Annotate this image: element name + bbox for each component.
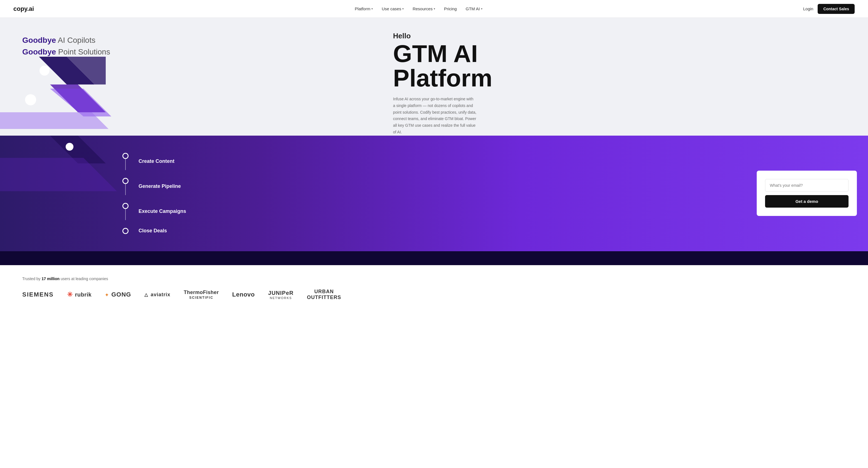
hero-top: Goodbye AI Copilots Goodbye Point Soluti… [0, 18, 868, 136]
hero-right: Hello GTM AI Platform Infuse AI across y… [382, 18, 868, 136]
logo-gong: ✦ GONG [105, 291, 131, 298]
rubrik-icon: ✳ [67, 291, 73, 298]
nav-actions: Login Contact Sales [803, 4, 855, 14]
hero-hello: Hello [393, 32, 851, 40]
nav-item-platform[interactable]: Platform ▾ [355, 6, 373, 11]
nav-item-resources[interactable]: Resources ▾ [412, 6, 435, 11]
svg-point-0 [39, 66, 50, 76]
band-content: Create Content Generate Pipeline Execute… [0, 136, 868, 251]
get-demo-button[interactable]: Get a demo [765, 195, 848, 208]
step-dot [122, 153, 128, 159]
svg-point-1 [25, 94, 36, 105]
step-close-deals: Close Deals [122, 224, 746, 238]
email-input[interactable] [765, 179, 848, 192]
step-dot [122, 203, 128, 209]
logo-aviatrix: △ aviatrix [145, 292, 170, 298]
navbar: copy.ai Platform ▾ Use cases ▾ Resources… [0, 0, 868, 18]
logo-lenovo: Lenovo [232, 291, 255, 298]
aviatrix-icon: △ [145, 292, 148, 297]
logo-rubrik: ✳ rubrik [67, 291, 92, 298]
svg-point-2 [66, 143, 73, 151]
demo-form: Get a demo [757, 171, 857, 216]
dark-stripe [0, 251, 868, 265]
step-dot [122, 228, 128, 234]
nav-item-usecases[interactable]: Use cases ▾ [382, 6, 404, 11]
step-dot [122, 178, 128, 184]
chevron-down-icon: ▾ [402, 7, 404, 10]
chevron-down-icon: ▾ [371, 7, 373, 10]
logo[interactable]: copy.ai [13, 5, 34, 12]
logo-juniper: JUNIPeR NETWORKS [268, 290, 293, 300]
hero-description: Infuse AI across your go-to-market engin… [393, 96, 476, 136]
nav-item-pricing[interactable]: Pricing [444, 6, 457, 11]
hero-left: Goodbye AI Copilots Goodbye Point Soluti… [0, 18, 382, 129]
logos-row: SIEMENS ✳ rubrik ✦ GONG △ aviatrix Therm… [22, 289, 846, 301]
trusted-section: Trusted by 17 million users at leading c… [0, 265, 868, 312]
login-button[interactable]: Login [803, 6, 813, 11]
purple-band: Create Content Generate Pipeline Execute… [0, 136, 868, 251]
step-generate-pipeline: Generate Pipeline [122, 174, 746, 199]
trusted-text: Trusted by 17 million users at leading c… [22, 276, 846, 281]
contact-sales-button[interactable]: Contact Sales [818, 4, 855, 14]
hero-section: Goodbye AI Copilots Goodbye Point Soluti… [0, 18, 868, 265]
nav-item-gtmai[interactable]: GTM AI ▾ [466, 6, 483, 11]
chevron-down-icon: ▾ [481, 7, 483, 10]
logo-urban-outfitters: URBAN OUTFITTERS [307, 289, 341, 301]
hero-right-content: Infuse AI across your go-to-market engin… [393, 94, 851, 136]
steps-list: Create Content Generate Pipeline Execute… [111, 141, 757, 246]
nav-links: Platform ▾ Use cases ▾ Resources ▾ Prici… [355, 6, 482, 11]
hero-title: GTM AI Platform [393, 41, 851, 90]
logo-thermofisher: ThermoFisher SCIENTIFIC [184, 290, 219, 300]
logo-siemens: SIEMENS [22, 291, 54, 298]
step-create-content: Create Content [122, 149, 746, 174]
highlight-count: 17 million [42, 276, 60, 281]
step-execute-campaigns: Execute Campaigns [122, 199, 746, 224]
arrow-graphic [0, 45, 139, 129]
chevron-down-icon: ▾ [434, 7, 435, 10]
gong-icon: ✦ [105, 293, 109, 297]
